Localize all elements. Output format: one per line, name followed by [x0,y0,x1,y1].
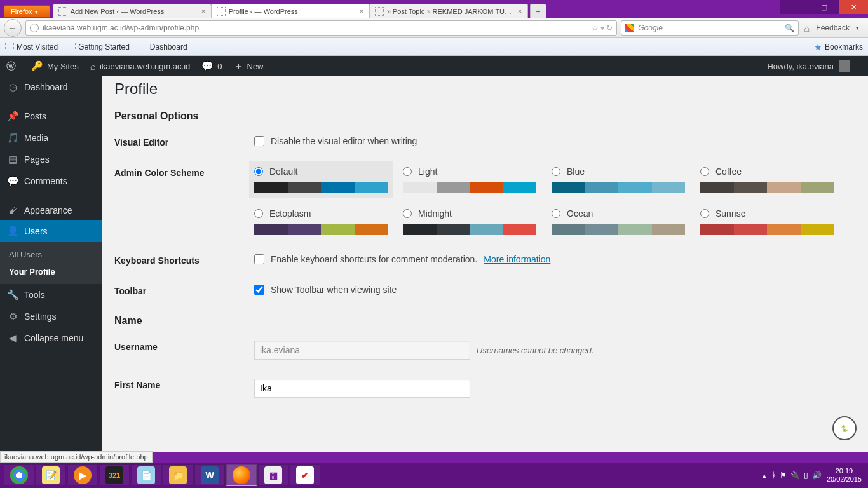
taskbar-app-notepad[interactable]: 📄 [131,464,161,486]
browser-tab[interactable]: Profile ‹ — WordPress × [211,4,370,18]
sidebar-subitem-your-profile[interactable]: Your Profile [0,263,102,280]
color-name: Light [418,166,437,177]
checkbox-text: Disable the visual editor when writing [271,136,417,146]
color-option-sunrise[interactable]: Sunrise [700,208,834,235]
close-icon[interactable]: × [518,7,522,16]
network-icon[interactable]: ▯ [804,471,808,480]
new-menu[interactable]: ＋New [234,60,264,72]
color-option-coffee[interactable]: Coffee [700,166,834,193]
color-radio[interactable] [403,209,412,218]
taskbar-app-word[interactable]: W [194,464,225,486]
google-icon [625,24,634,32]
globe-icon [30,24,39,32]
sidebar-item-tools[interactable]: 🔧Tools [0,284,102,306]
visual-editor-checkbox-label[interactable]: Disable the visual editor when writing [254,136,855,146]
taskbar-app-media-player[interactable]: ▶ [67,464,98,486]
color-option-ocean[interactable]: Ocean [552,208,685,235]
color-option-ectoplasm[interactable]: Ectoplasm [254,208,388,235]
sidebar-item-label: Media [24,133,48,143]
color-radio[interactable] [552,167,560,176]
bookmark-item[interactable]: Getting Started [67,43,130,51]
back-button[interactable]: ← [4,19,22,37]
color-name: Default [269,166,297,177]
tray-clock[interactable]: 20:19 20/02/2015 [827,467,862,484]
color-name: Ectoplasm [269,208,311,219]
account-menu[interactable]: Howdy, ika.eviana [767,60,850,72]
home-icon: ⌂ [90,61,96,72]
taskbar-app-firefox[interactable] [226,464,257,486]
power-icon[interactable]: 🔌 [790,471,800,480]
toolbar-checkbox-label[interactable]: Show Toolbar when viewing site [254,285,855,295]
browser-tab[interactable]: » Post Topic » REKMED JARKOM TUG... × [369,4,528,18]
wp-logo[interactable]: ⓦ [6,60,20,72]
bookmark-item[interactable]: Most Visited [5,43,58,51]
keyboard-shortcuts-checkbox[interactable] [254,254,264,264]
new-tab-button[interactable]: + [530,4,546,18]
search-box[interactable]: Google 🔍 [621,20,799,36]
color-radio[interactable] [700,167,709,176]
close-icon[interactable]: × [201,7,206,16]
my-sites-menu[interactable]: 🔑My Sites [31,60,79,72]
site-menu[interactable]: ⌂ikaeviana.web.ugm.ac.id [90,61,190,72]
browser-tab[interactable]: Add New Post ‹ — WordPress × [53,4,212,18]
search-icon[interactable]: 🔍 [785,24,794,32]
admin-sidebar: ◷Dashboard 📌Posts 🎵Media ▤Pages 💬Comment… [0,76,102,452]
color-option-blue[interactable]: Blue [552,166,685,193]
sidebar-submenu: All Users Your Profile [0,242,102,284]
toolbar-label: Toolbar [114,285,254,296]
comments-menu[interactable]: 💬0 [201,60,222,72]
feedback-button[interactable]: Feedback [816,24,850,32]
sidebar-item-comments[interactable]: 💬Comments [0,170,102,192]
bluetooth-icon[interactable]: ᚼ [771,471,776,480]
sidebar-item-media[interactable]: 🎵Media [0,127,102,149]
color-option-default[interactable]: Default [249,161,393,198]
taskbar-app-onenote[interactable]: ▦ [258,464,288,486]
url-bar[interactable]: ikaeviana.web.ugm.ac.id/wp-admin/profile… [25,20,617,36]
tray-date: 20/02/2015 [827,475,862,484]
taskbar-app-chrome[interactable] [4,464,34,486]
color-radio[interactable] [254,209,263,218]
taskbar-app-mpc[interactable]: 321 [99,464,130,486]
sidebar-subitem-all-users[interactable]: All Users [0,246,102,263]
flag-icon[interactable]: ⚑ [780,471,787,480]
brush-icon: 🖌 [6,205,19,215]
sidebar-item-posts[interactable]: 📌Posts [0,105,102,127]
toolbar-checkbox[interactable] [254,285,264,295]
color-name: Coffee [715,166,742,177]
sidebar-item-settings[interactable]: ⚙Settings [0,306,102,327]
feedback-dropdown-icon[interactable]: ▾ [856,25,859,31]
color-radio[interactable] [254,167,263,176]
taskbar-app-network[interactable]: ✔ [290,464,320,486]
sidebar-item-appearance[interactable]: 🖌Appearance [0,200,102,220]
color-option-light[interactable]: Light [403,166,536,193]
site-name: ikaeviana.web.ugm.ac.id [100,62,190,71]
visual-editor-checkbox[interactable] [254,136,264,146]
tray-overflow-icon[interactable]: ▴ [763,471,766,480]
close-button[interactable]: ✕ [839,0,868,14]
sidebar-item-users[interactable]: 👤Users [0,220,102,242]
taskbar-app-explorer[interactable]: 📁 [163,464,193,486]
volume-icon[interactable]: 🔊 [812,471,822,480]
color-option-midnight[interactable]: Midnight [403,208,536,235]
sidebar-item-dashboard[interactable]: ◷Dashboard [0,76,102,98]
plus-icon: ＋ [234,60,243,72]
firstname-input[interactable] [254,379,470,398]
bookmark-item[interactable]: Dashboard [139,43,187,51]
color-radio[interactable] [700,209,709,218]
minimize-button[interactable]: – [780,0,810,14]
home-icon[interactable]: ⌂ [804,23,810,34]
sidebar-collapse[interactable]: ◀Collapse menu [0,327,102,349]
maximize-button[interactable]: ▢ [810,0,839,14]
bookmarks-menu[interactable]: Bookmarks [825,43,863,51]
color-radio[interactable] [403,167,412,176]
who-logo-icon: 🐍 [832,416,857,440]
page-icon [375,7,384,16]
wrench-icon: 🔧 [6,289,19,301]
taskbar-app-notes[interactable]: 📝 [36,464,66,486]
keyboard-shortcuts-checkbox-label[interactable]: Enable keyboard shortcuts for comment mo… [254,254,855,264]
sidebar-item-pages[interactable]: ▤Pages [0,149,102,170]
color-radio[interactable] [552,209,560,218]
more-information-link[interactable]: More information [484,254,550,264]
firefox-menu-button[interactable]: Firefox [4,5,50,18]
close-icon[interactable]: × [360,7,364,16]
